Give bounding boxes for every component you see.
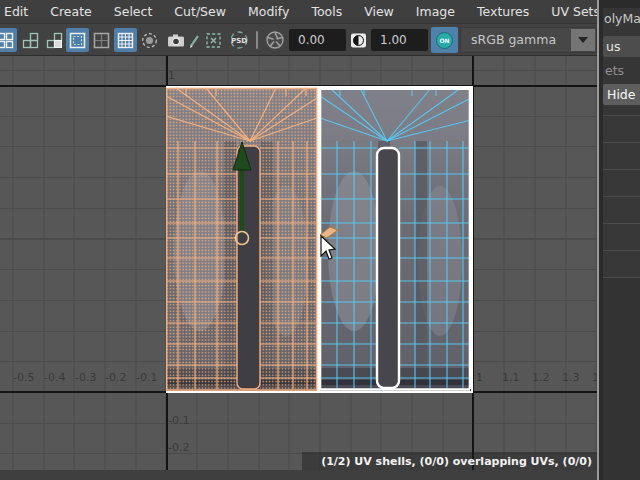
attribute-editor-panel: olyMa us ets Hide <box>597 0 640 480</box>
uv-toolbar: PSD 0.00 1.00 ON sRGB gamma <box>0 24 597 56</box>
axis-label: -0.1 <box>136 371 157 384</box>
menu-item-textures[interactable]: Textures <box>466 4 540 19</box>
menu-item-edit[interactable]: Edit <box>0 4 39 19</box>
axis-label: 1 <box>476 371 483 384</box>
uv-shells-icon <box>22 32 39 49</box>
uv-shells-button[interactable] <box>20 28 41 52</box>
pixel-snap-icon <box>205 32 222 49</box>
axis-label: -0.1 <box>168 414 189 427</box>
dim-image-icon <box>141 32 158 49</box>
pencil-icon <box>189 32 201 49</box>
uv-status-bar: (1/2) UV shells, (0/0) overlapping UVs, … <box>302 452 597 470</box>
shade-shells-button[interactable] <box>44 28 65 52</box>
menu-bar: EditCreateSelectCut/SewModifyToolsViewIm… <box>0 0 597 24</box>
shell-border-icon <box>69 32 86 49</box>
exposure-field[interactable]: 0.00 <box>289 29 346 51</box>
color-management-toggle[interactable]: ON <box>431 27 458 53</box>
frame-icon <box>93 32 110 49</box>
axis-label: 1.3 <box>562 371 580 384</box>
chevron-down-icon <box>578 37 588 43</box>
frame-button[interactable] <box>91 28 112 52</box>
menu-item-view[interactable]: View <box>353 4 405 19</box>
axis-label: 1.1 <box>502 371 520 384</box>
psd-network-button[interactable]: PSD <box>226 28 252 52</box>
axis-label: -0.2 <box>168 441 189 454</box>
menu-item-image[interactable]: Image <box>405 4 466 19</box>
mouse-cursor <box>314 225 342 267</box>
contrast-field[interactable]: 1.00 <box>371 29 428 51</box>
panel-top <box>603 0 640 8</box>
axis-label: 1 <box>168 69 175 82</box>
edit-texture-button[interactable] <box>188 28 201 52</box>
attribute-row <box>603 223 640 250</box>
panel-bottom <box>603 277 640 480</box>
toolbar-separator <box>256 31 258 49</box>
focus-button[interactable]: us <box>603 36 640 57</box>
uv-tiles-button[interactable] <box>0 28 17 52</box>
svg-text:PSD: PSD <box>231 37 247 45</box>
hide-button[interactable]: Hide <box>603 84 640 105</box>
contrast-button[interactable] <box>348 28 368 52</box>
uv-tiles-icon <box>0 32 14 49</box>
axis-label: -0.3 <box>75 371 96 384</box>
attribute-row <box>603 142 640 169</box>
menu-item-tools[interactable]: Tools <box>300 4 353 19</box>
view-transform-value: sRGB gamma <box>471 28 556 52</box>
attribute-rows <box>603 115 640 277</box>
dim-image-button[interactable] <box>139 28 160 52</box>
view-transform-dropdown[interactable]: sRGB gamma <box>460 27 597 53</box>
exposure-button[interactable] <box>262 28 287 52</box>
attribute-row <box>603 250 640 277</box>
aperture-icon <box>265 30 285 50</box>
display-grid-icon <box>117 32 134 49</box>
uv-editor-window: EditCreateSelectCut/SewModifyToolsViewIm… <box>0 0 640 480</box>
pixel-snap-button[interactable] <box>203 28 224 52</box>
display-image-button[interactable] <box>164 28 188 52</box>
axis-label: 1.2 <box>532 371 550 384</box>
menu-item-cut-sew[interactable]: Cut/Sew <box>163 4 237 19</box>
attribute-row <box>603 115 640 142</box>
on-indicator-icon: ON <box>436 32 453 49</box>
psd-icon: PSD <box>228 30 250 50</box>
menu-item-select[interactable]: Select <box>103 4 164 19</box>
axis-label: -0.2 <box>105 371 126 384</box>
shell-border-button[interactable] <box>66 28 89 52</box>
display-grid-button[interactable] <box>114 28 137 52</box>
axis-label: -0.4 <box>44 371 65 384</box>
dropdown-arrow[interactable] <box>571 29 595 51</box>
axis-label: -0.5 <box>13 371 34 384</box>
attribute-row <box>603 169 640 196</box>
contrast-icon <box>350 32 367 49</box>
menu-item-create[interactable]: Create <box>39 4 103 19</box>
menu-item-uv-sets[interactable]: UV Sets <box>540 4 597 19</box>
menu-item-modify[interactable]: Modify <box>237 4 300 19</box>
camera-icon <box>167 32 186 49</box>
attribute-row <box>603 196 640 223</box>
presets-button[interactable]: ets <box>605 63 624 78</box>
node-tab[interactable]: olyMa <box>604 11 640 26</box>
shade-shells-icon <box>46 32 63 49</box>
uv-viewport[interactable]: -0.5-0.4-0.3-0.2-0.111.11.21.31-0.1-0.21… <box>0 56 597 470</box>
